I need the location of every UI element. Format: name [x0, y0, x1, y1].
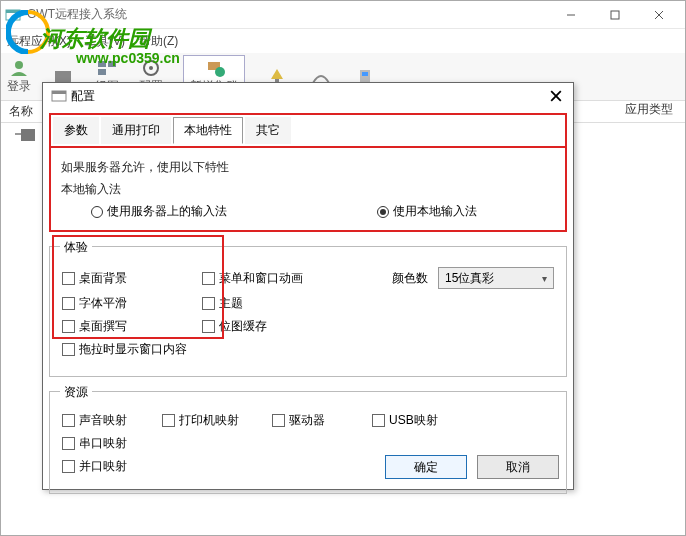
checkbox-icon	[62, 297, 75, 310]
cb-desktop-bg[interactable]: 桌面背景	[62, 270, 202, 287]
checkbox-icon	[162, 414, 175, 427]
svg-point-12	[149, 66, 153, 70]
svg-rect-23	[52, 91, 66, 94]
cancel-button[interactable]: 取消	[477, 455, 559, 479]
color-select[interactable]: 15位真彩 ▾	[438, 267, 554, 289]
cb-drag-window[interactable]: 拖拉时显示窗口内容	[62, 341, 222, 358]
cb-serial[interactable]: 串口映射	[62, 435, 162, 452]
window-title: GWT远程接入系统	[27, 6, 549, 23]
svg-rect-8	[98, 61, 106, 67]
hint-text: 如果服务器允许，使用以下特性	[61, 159, 555, 176]
svg-rect-20	[21, 129, 35, 141]
close-button[interactable]	[637, 2, 681, 28]
tree-icon[interactable]	[15, 127, 37, 146]
dialog-buttons: 确定 取消	[385, 455, 559, 479]
redbox-top: 如果服务器允许，使用以下特性 本地输入法 使用服务器上的输入法 使用本地输入法	[49, 148, 567, 232]
cb-desktop-compose[interactable]: 桌面撰写	[62, 318, 202, 335]
svg-point-14	[215, 67, 225, 77]
svg-rect-1	[6, 10, 20, 13]
dialog-title-text: 配置	[71, 88, 547, 105]
dialog-icon	[51, 88, 67, 104]
cb-theme[interactable]: 主题	[202, 295, 342, 312]
svg-marker-15	[271, 69, 283, 79]
svg-rect-18	[362, 72, 368, 76]
maximize-button[interactable]	[593, 2, 637, 28]
radio-label: 使用本地输入法	[393, 203, 477, 220]
resource-title: 资源	[60, 384, 92, 401]
menubar: 远程应用(X) 工具(V) 帮助(Z)	[1, 29, 685, 53]
tab-params[interactable]: 参数	[53, 117, 99, 144]
chevron-down-icon: ▾	[542, 273, 547, 284]
color-label: 颜色数	[392, 270, 428, 287]
checkbox-icon	[272, 414, 285, 427]
tab-local-props[interactable]: 本地特性	[173, 117, 243, 144]
cb-parallel[interactable]: 并口映射	[62, 458, 162, 475]
radio-server-ime[interactable]: 使用服务器上的输入法	[91, 203, 227, 220]
checkbox-icon	[202, 272, 215, 285]
checkbox-icon	[62, 414, 75, 427]
titlebar: GWT远程接入系统	[1, 1, 685, 29]
cb-font-smooth[interactable]: 字体平滑	[62, 295, 202, 312]
svg-rect-7	[55, 71, 71, 83]
svg-rect-10	[98, 69, 106, 75]
checkbox-icon	[372, 414, 385, 427]
app-icon	[5, 7, 21, 23]
minimize-button[interactable]	[549, 2, 593, 28]
radio-local-ime[interactable]: 使用本地输入法	[377, 203, 477, 220]
tab-other[interactable]: 其它	[245, 117, 291, 144]
radio-icon	[91, 206, 103, 218]
checkbox-icon	[62, 343, 75, 356]
cb-drive[interactable]: 驱动器	[272, 412, 372, 429]
menu-tools[interactable]: 工具(V)	[85, 33, 125, 50]
cb-menu-anim[interactable]: 菜单和窗口动画	[202, 270, 342, 287]
radio-icon	[377, 206, 389, 218]
svg-rect-3	[611, 11, 619, 19]
col-apptype[interactable]: 应用类型	[625, 101, 673, 118]
radio-label: 使用服务器上的输入法	[107, 203, 227, 220]
cb-audio[interactable]: 声音映射	[62, 412, 162, 429]
config-dialog: 配置 参数 通用打印 本地特性 其它 如果服务器允许，使用以下特性 本地输入法 …	[42, 82, 574, 490]
cb-usb[interactable]: USB映射	[372, 412, 472, 429]
checkbox-icon	[62, 320, 75, 333]
checkbox-icon	[62, 460, 75, 473]
toolbar-login[interactable]: 登录	[7, 55, 31, 99]
dialog-titlebar: 配置	[43, 83, 573, 109]
checkbox-icon	[202, 320, 215, 333]
experience-group: 体验 桌面背景 菜单和窗口动画 颜色数 15位真彩 ▾ 字体平滑 主题 桌面撰写…	[49, 246, 567, 377]
col-name[interactable]: 名称	[9, 103, 39, 120]
dialog-close-button[interactable]	[547, 87, 565, 105]
checkbox-icon	[62, 437, 75, 450]
checkbox-icon	[202, 297, 215, 310]
cb-printer[interactable]: 打印机映射	[162, 412, 272, 429]
tab-bar: 参数 通用打印 本地特性 其它	[49, 113, 567, 148]
svg-point-6	[15, 61, 23, 69]
experience-title: 体验	[60, 239, 92, 256]
ok-button[interactable]: 确定	[385, 455, 467, 479]
svg-rect-9	[108, 61, 116, 67]
color-value: 15位真彩	[445, 270, 494, 287]
checkbox-icon	[62, 272, 75, 285]
tab-print[interactable]: 通用打印	[101, 117, 171, 144]
menu-help[interactable]: 帮助(Z)	[139, 33, 178, 50]
menu-remote-app[interactable]: 远程应用(X)	[7, 33, 71, 50]
cb-bitmap-cache[interactable]: 位图缓存	[202, 318, 342, 335]
ime-title: 本地输入法	[61, 181, 555, 198]
